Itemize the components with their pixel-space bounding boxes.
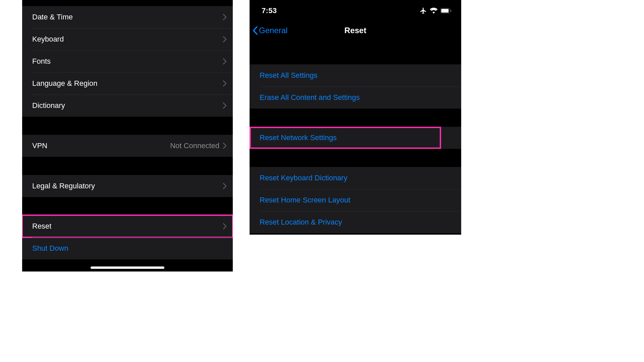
- date-time-row[interactable]: Date & Time: [22, 6, 233, 28]
- top-padding: [22, 0, 233, 6]
- section-gap: [22, 197, 233, 215]
- row-label: Date & Time: [32, 13, 73, 21]
- svg-rect-2: [450, 10, 451, 12]
- vpn-status-value: Not Connected: [170, 141, 219, 150]
- chevron-right-icon: [223, 14, 227, 20]
- reset-shutdown-section: Reset Shut Down: [22, 215, 233, 260]
- section-gap: [250, 109, 461, 127]
- general-section: Date & Time Keyboard Fonts Language & Re…: [22, 6, 233, 117]
- reset-home-screen-row[interactable]: Reset Home Screen Layout: [250, 189, 461, 211]
- chevron-left-icon: [252, 26, 258, 35]
- legal-regulatory-row[interactable]: Legal & Regulatory: [22, 175, 233, 197]
- fonts-row[interactable]: Fonts: [22, 50, 233, 72]
- row-label: VPN: [32, 141, 47, 150]
- chevron-right-icon: [223, 183, 227, 189]
- shutdown-row[interactable]: Shut Down: [22, 237, 233, 259]
- row-label: Legal & Regulatory: [32, 182, 95, 190]
- status-icons: [420, 7, 452, 14]
- legal-section: Legal & Regulatory: [22, 175, 233, 197]
- row-label: Reset Keyboard Dictionary: [260, 174, 347, 182]
- chevron-right-icon: [223, 142, 227, 149]
- section-gap: [22, 117, 233, 135]
- battery-icon: [440, 8, 452, 13]
- nav-bar: General Reset: [250, 19, 461, 44]
- row-label: Keyboard: [32, 35, 64, 44]
- chevron-right-icon: [223, 36, 227, 43]
- row-label: Fonts: [32, 57, 51, 66]
- dictionary-row[interactable]: Dictionary: [22, 95, 233, 117]
- home-indicator[interactable]: [91, 266, 164, 269]
- back-button[interactable]: General: [252, 26, 287, 35]
- row-label: Reset Network Settings: [260, 133, 337, 142]
- phone-general-settings: Date & Time Keyboard Fonts Language & Re…: [22, 0, 233, 272]
- wifi-icon: [430, 8, 438, 14]
- row-label: Reset All Settings: [260, 71, 317, 80]
- back-label: General: [259, 26, 287, 35]
- reset-top-section: Reset All Settings Erase All Content and…: [250, 64, 461, 109]
- chevron-right-icon: [223, 223, 227, 230]
- erase-all-content-row[interactable]: Erase All Content and Settings: [250, 86, 461, 109]
- chevron-right-icon: [223, 58, 227, 65]
- section-gap: [250, 149, 461, 167]
- row-label: Erase All Content and Settings: [260, 93, 360, 102]
- section-gap: [250, 44, 461, 64]
- row-label: Reset Home Screen Layout: [260, 196, 350, 204]
- chevron-right-icon: [223, 102, 227, 109]
- reset-all-settings-row[interactable]: Reset All Settings: [250, 64, 461, 86]
- language-region-row[interactable]: Language & Region: [22, 72, 233, 95]
- row-label: Shut Down: [32, 244, 68, 253]
- airplane-mode-icon: [420, 7, 427, 14]
- page-title: Reset: [344, 26, 366, 35]
- row-label: Language & Region: [32, 79, 98, 88]
- reset-network-settings-row[interactable]: Reset Network Settings: [250, 127, 441, 149]
- section-gap: [22, 157, 233, 175]
- reset-bottom-section: Reset Keyboard Dictionary Reset Home Scr…: [250, 167, 461, 234]
- svg-rect-1: [441, 9, 449, 13]
- reset-network-section: Reset Network Settings: [250, 127, 461, 149]
- reset-row[interactable]: Reset: [22, 215, 233, 237]
- keyboard-row[interactable]: Keyboard: [22, 28, 233, 50]
- reset-keyboard-dictionary-row[interactable]: Reset Keyboard Dictionary: [250, 167, 461, 189]
- chevron-right-icon: [223, 80, 227, 87]
- vpn-row[interactable]: VPN Not Connected: [22, 135, 233, 157]
- status-bar: 7:53: [250, 0, 461, 19]
- phone-reset-settings: 7:53 General Reset Reset All Settings Er…: [250, 0, 461, 235]
- row-label: Reset Location & Privacy: [260, 218, 342, 227]
- row-label: Dictionary: [32, 101, 65, 110]
- reset-location-privacy-row[interactable]: Reset Location & Privacy: [250, 211, 461, 233]
- vpn-section: VPN Not Connected: [22, 135, 233, 157]
- row-label: Reset: [32, 222, 51, 231]
- status-time: 7:53: [262, 6, 277, 15]
